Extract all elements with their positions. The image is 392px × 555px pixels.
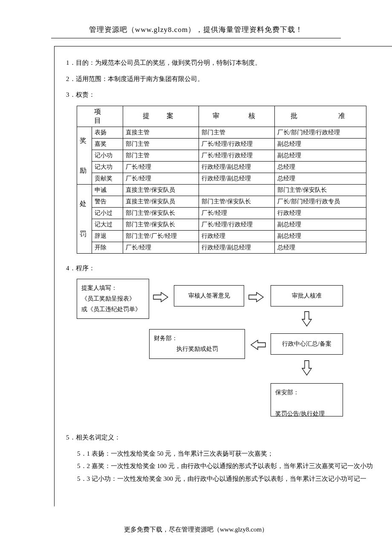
flow-b1-l2: 《员工奖励呈报表》	[81, 295, 135, 302]
cell-sub: 开除	[92, 242, 123, 253]
cell-a: 直接主管	[123, 127, 199, 138]
cell-b	[199, 184, 274, 196]
table-row: 处罚 申诫 直接主管/保安队员 部门主管/保安队长	[77, 184, 366, 196]
flow-b3-text: 审批人核准	[292, 290, 322, 301]
table-row: 辞退 部门主管/厂长/经理 行政经理 副总经理	[77, 230, 366, 242]
cell-a: 部门主管	[123, 150, 199, 161]
arrow-left-icon	[249, 338, 266, 351]
cell-sub: 警告	[92, 196, 123, 207]
th-approve: 批 准	[274, 106, 366, 127]
flow-box-review: 审核人签署意见	[174, 285, 244, 306]
cell-sub: 辞退	[92, 230, 123, 242]
group-reward-label: 奖励	[77, 127, 92, 184]
cell-a: 直接主管/保安队员	[123, 184, 199, 196]
cell-a: 部门主管	[123, 138, 199, 150]
cell-b: 行政经理/副总经理	[199, 161, 274, 173]
flow-box-finance: 财务部： 执行奖励或处罚	[149, 329, 245, 359]
cell-c: 总经理	[274, 242, 366, 253]
table-row: 警告 直接主管/保安队员 部门主管/保安队长 厂长/部门经理/行政专员	[77, 196, 366, 207]
cell-sub: 记大功	[92, 161, 123, 173]
table-row: 记小过 部门主管/保安队长 厂长/经理 行政经理	[77, 207, 366, 219]
table-row: 记大功 厂长/经理 行政经理/副总经理 总经理	[77, 161, 366, 173]
arrow-down-icon	[300, 311, 313, 328]
cell-sub: 嘉奖	[92, 138, 123, 150]
flow-box-security: 保安部： 奖罚公告/执行处理	[271, 383, 343, 416]
page-footer: 更多免费下载，尽在管理资源吧（www.glzy8.com）	[0, 526, 392, 534]
cell-b: 行政经理/副总经理	[199, 173, 274, 184]
cell-c: 副总经理	[274, 138, 366, 150]
table-row: 记小功 部门主管 厂长/经理/行政经理 副总经理	[77, 150, 366, 161]
cell-a: 部门主管/保安队长	[123, 207, 199, 219]
cell-c: 厂长/部门经理/行政经理	[274, 127, 366, 138]
cell-a: 厂长/经理	[123, 242, 199, 253]
cell-a: 厂长/经理	[123, 173, 199, 184]
flow-box-proposal: 提案人填写： 《员工奖励呈报表》 或《员工违纪处罚单》	[77, 279, 149, 319]
cell-b: 行政经理	[199, 230, 274, 242]
cell-c: 副总经理	[274, 230, 366, 242]
th-proposal: 提 案	[123, 106, 199, 127]
cell-sub: 记小功	[92, 150, 123, 161]
flow-b5-l2: 执行奖励或处罚	[176, 346, 218, 352]
para-procedure: 4．程序：	[66, 263, 381, 274]
cell-b: 厂长/经理/行政经理	[199, 138, 274, 150]
arrow-right-icon	[153, 291, 170, 304]
content-body: 1．目的：为规范本公司员工的奖惩，做到奖罚分明，特制订本制度。 2．适用范围：本…	[66, 58, 381, 486]
table-row: 记大过 部门主管/保安队长 厂长/经理/行政经理 副总经理	[77, 219, 366, 230]
th-review: 审 核	[199, 106, 274, 127]
document-page: 管理资源吧（www.glzy8.com），提供海量管理资料免费下载！ 1．目的：…	[0, 0, 392, 555]
para-responsibility: 3．权责：	[66, 90, 381, 101]
cell-sub: 申诫	[92, 184, 123, 196]
cell-b: 行政经理/副总经理	[199, 242, 274, 253]
flow-b1-l3: 或《员工违纪处罚单》	[81, 306, 141, 312]
cell-b: 部门主管/保安队长	[199, 196, 274, 207]
cell-a: 直接主管/保安队员	[123, 196, 199, 207]
arrow-right-icon	[248, 291, 265, 304]
cell-b: 厂长/经理/行政经理	[199, 150, 274, 161]
cell-c: 厂长/部门经理/行政专员	[274, 196, 366, 207]
flow-b5-l1: 财务部：	[154, 335, 178, 341]
flow-b1-l1: 提案人填写：	[81, 285, 117, 291]
cell-c: 总经理	[274, 161, 366, 173]
flow-diagram: 提案人填写： 《员工奖励呈报表》 或《员工违纪处罚单》 审核人签署意见 审批人核…	[77, 279, 375, 492]
table-row: 奖励 表扬 直接主管 部门主管 厂长/部门经理/行政经理	[77, 127, 366, 138]
header-rule	[51, 38, 341, 38]
cell-a: 厂长/经理	[123, 161, 199, 173]
flow-box-approve: 审批人核准	[271, 285, 343, 306]
cell-b: 部门主管	[199, 127, 274, 138]
cell-sub: 记小过	[92, 207, 123, 219]
cell-c: 总经理	[274, 173, 366, 184]
arrow-down-icon	[300, 360, 313, 377]
th-item: 项 目	[77, 106, 123, 127]
table-row: 开除 厂长/经理 行政经理/副总经理 总经理	[77, 242, 366, 253]
cell-b: 厂长/经理/行政经理	[199, 219, 274, 230]
flow-b6-l2: 奖罚公告/执行处理	[275, 410, 325, 417]
cell-sub: 记大过	[92, 219, 123, 230]
cell-sub: 表扬	[92, 127, 123, 138]
table-header-row: 项 目 提 案 审 核 批 准	[77, 106, 366, 127]
cell-c: 行政经理	[274, 207, 366, 219]
cell-sub: 贡献奖	[92, 173, 123, 184]
flow-b4-text: 行政中心汇总/备案	[282, 338, 331, 349]
para-purpose: 1．目的：为规范本公司员工的奖惩，做到奖罚分明，特制订本制度。	[66, 58, 381, 69]
table-row: 贡献奖 厂长/经理 行政经理/副总经理 总经理	[77, 173, 366, 184]
cell-b: 厂长/经理	[199, 207, 274, 219]
responsibility-table: 项 目 提 案 审 核 批 准 奖励 表扬 直接主管 部门主管 厂长/部门经理/…	[77, 106, 366, 254]
cell-c: 副总经理	[274, 150, 366, 161]
para-scope: 2．适用范围：本制度适用于南方集团有限公司。	[66, 74, 381, 85]
cell-c: 部门主管/保安队长	[274, 184, 366, 196]
table-row: 嘉奖 部门主管 厂长/经理/行政经理 副总经理	[77, 138, 366, 150]
cell-c: 副总经理	[274, 219, 366, 230]
page-header: 管理资源吧（www.glzy8.com），提供海量管理资料免费下载！	[0, 0, 392, 35]
group-punish-label: 处罚	[77, 184, 92, 253]
flow-box-admin: 行政中心汇总/备案	[271, 333, 343, 355]
cell-a: 部门主管/厂长/经理	[123, 230, 199, 242]
flow-b2-text: 审核人签署意见	[188, 290, 230, 301]
cell-a: 部门主管/保安队长	[123, 219, 199, 230]
flow-b6-l1: 保安部：	[275, 389, 299, 396]
